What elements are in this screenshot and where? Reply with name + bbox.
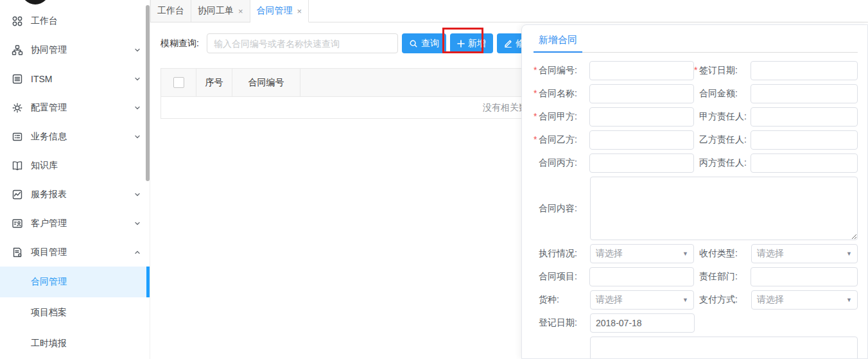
sidebar: 工作台 协同管理 ITSM [0,0,150,359]
contract-content-textarea[interactable] [590,177,858,240]
remark-textarea[interactable] [590,337,858,359]
sidebar-item-workbench[interactable]: 工作台 [0,6,150,35]
chevron-down-icon [134,220,141,227]
contract-name-input[interactable] [589,84,694,103]
field-label: 责任部门: [694,271,751,283]
field-label: *合同甲方: [534,111,589,123]
tab-label: 工作台 [157,5,184,17]
field-label: 合同丙方: [534,157,589,169]
pay-method-select[interactable]: 请选择 ▼ [751,290,858,310]
sidebar-item-collaboration[interactable]: 协同管理 [0,35,150,64]
department-input[interactable] [751,267,858,286]
field-label: *合同名称: [534,88,589,100]
fuzzy-search-label: 模糊查询: [161,38,207,49]
search-icon [409,39,418,48]
chevron-down-icon [134,105,141,111]
contract-code-input[interactable] [589,61,694,80]
tab-bar: 工作台 协同工单 × 合同管理 × [150,0,868,22]
tab-workbench[interactable]: 工作台 [150,0,191,22]
close-icon[interactable]: × [238,7,243,15]
edit-icon [504,39,512,48]
select-value: 请选择 [596,248,623,259]
grid-icon [12,15,23,27]
sidebar-item-itsm[interactable]: ITSM [0,64,150,93]
close-icon[interactable]: × [297,7,302,15]
select-value: 请选择 [757,248,784,259]
sidebar-item-label: 业务信息 [31,131,134,143]
contract-amount-input[interactable] [751,84,858,103]
sidebar-item-configuration[interactable]: 配置管理 [0,93,150,122]
search-input[interactable] [207,33,398,53]
panel-title: 新增合同 [534,33,582,53]
field-label: *合同乙方: [534,134,589,146]
column-header-seq: 序号 [196,69,232,96]
query-button-label: 查询 [421,38,439,49]
cargo-type-select[interactable]: 请选择 ▼ [590,290,694,310]
column-header-code: 合同编号 [232,69,300,96]
chevron-down-icon: ▼ [682,250,688,257]
new-contract-form: *合同编号: *签订日期: *合同名称: 合同金额: *合同甲方: 甲方责任人:… [534,61,858,359]
info-icon [12,131,23,143]
execution-select[interactable]: 请选择 ▼ [590,244,694,263]
query-button[interactable]: 查询 [402,33,446,53]
sidebar-item-label: 工作台 [31,15,141,27]
tab-collab-ticket[interactable]: 协同工单 × [191,0,250,22]
chevron-down-icon [134,76,141,82]
field-label: 合同金额: [694,88,751,100]
chevron-down-icon [134,134,141,140]
field-label: 乙方责任人: [694,134,751,146]
party-c-owner-input[interactable] [751,153,858,173]
add-button[interactable]: 新增 [450,33,493,53]
party-b-input[interactable] [589,130,694,150]
chevron-down-icon [134,47,141,53]
field-label: 合同内容: [534,203,590,215]
select-value: 请选择 [596,294,623,306]
sign-date-input[interactable] [751,61,858,80]
sidebar-subitem-label: 合同管理 [31,276,67,288]
sidebar-item-label: 配置管理 [31,102,134,114]
field-label: 合同项目: [534,271,589,283]
sidebar-item-business-info[interactable]: 业务信息 [0,122,150,151]
field-label: 丙方责任人: [694,157,751,169]
sidebar-subitem-label: 项目档案 [31,307,67,319]
pay-type-select[interactable]: 请选择 ▼ [751,244,858,263]
party-b-owner-input[interactable] [751,130,858,150]
field-label: 支付方式: [694,294,751,306]
register-date-input[interactable] [590,313,695,333]
active-indicator [146,267,150,297]
sidebar-subitem-contract-management[interactable]: 合同管理 [0,267,150,297]
tab-contract-management[interactable]: 合同管理 × [250,0,309,22]
sidebar-scrollbar[interactable] [146,5,150,181]
sidebar-item-service-report[interactable]: 服务报表 [0,180,150,209]
chevron-down-icon: ▼ [682,297,688,303]
gear-icon [12,102,23,114]
sidebar-subitem-project-archive[interactable]: 项目档案 [0,297,150,328]
field-label: *合同编号: [534,65,589,76]
header-checkbox-cell [161,69,196,96]
contract-project-input[interactable] [589,267,694,286]
sidebar-item-knowledge-base[interactable]: 知识库 [0,151,150,180]
field-label: 执行情况: [534,248,590,259]
book-icon [12,160,23,171]
sidebar-item-project-management[interactable]: 项目管理 [0,238,150,267]
chevron-down-icon [134,191,141,198]
select-value: 请选择 [757,294,784,306]
sidebar-item-customer-management[interactable]: 客户管理 [0,209,150,238]
sidebar-item-label: 客户管理 [31,218,134,229]
field-label: 登记日期: [534,317,590,329]
party-c-input[interactable] [589,153,694,173]
add-button-label: 新增 [468,38,486,49]
sidebar-item-label: 协同管理 [31,44,134,56]
sidebar-subitem-label: 工时填报 [31,338,67,349]
party-a-input[interactable] [589,107,694,127]
sidebar-subitem-timesheet[interactable]: 工时填报 [0,328,150,359]
logo [21,0,49,4]
sidebar-item-label: ITSM [31,74,134,84]
party-a-owner-input[interactable] [751,107,858,127]
panel-header: 新增合同 [534,33,858,53]
org-icon [12,44,23,56]
field-label: 货种: [534,294,590,306]
plus-icon [457,40,465,48]
itsm-icon [12,73,23,85]
select-all-checkbox[interactable] [173,77,184,88]
